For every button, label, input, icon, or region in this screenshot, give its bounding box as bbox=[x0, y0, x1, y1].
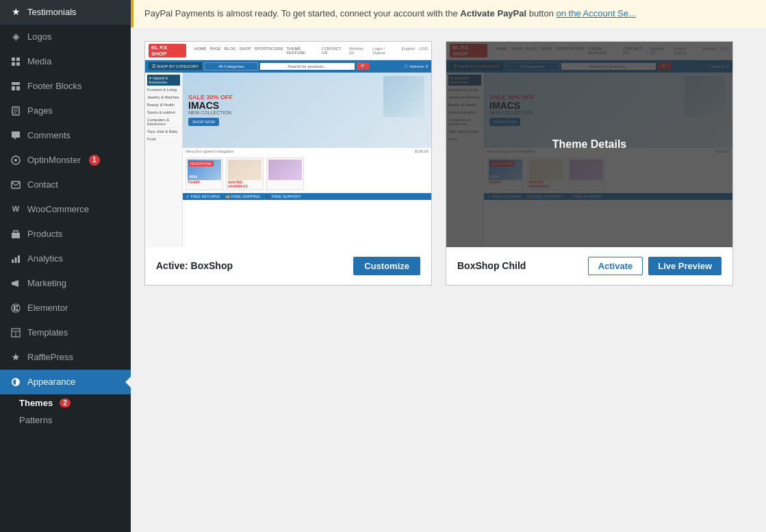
theme-preview-boxshop-child: BL✕X SHOP HOMEPAGEBLOGSHOPSPORTSCODETHEM… bbox=[446, 42, 732, 247]
svg-rect-14 bbox=[12, 233, 20, 238]
theme-actions-boxshop: Customize bbox=[353, 257, 420, 275]
themes-area: BL✕X SHOP HOMEPAGEBLOGSHOPSPORTSCODETHEM… bbox=[131, 27, 766, 533]
customize-button[interactable]: Customize bbox=[353, 257, 420, 275]
svg-rect-4 bbox=[12, 82, 20, 85]
products-icon bbox=[10, 228, 22, 240]
logos-icon: ◈ bbox=[10, 31, 22, 43]
sidebar: ★ Testimonials ◈ Logos Media Footer Bloc… bbox=[0, 0, 131, 532]
activate-button[interactable]: Activate bbox=[588, 257, 643, 275]
sidebar-item-marketing[interactable]: Marketing bbox=[0, 271, 131, 296]
sidebar-item-label: RafflePress bbox=[27, 351, 73, 364]
svg-rect-16 bbox=[15, 257, 17, 263]
themes-grid: BL✕X SHOP HOMEPAGEBLOGSHOPSPORTSCODETHEM… bbox=[144, 41, 752, 286]
sidebar-item-contact[interactable]: Contact bbox=[0, 173, 131, 197]
live-preview-button[interactable]: Live Preview bbox=[648, 257, 722, 275]
theme-actions-boxshop-child: Activate Live Preview bbox=[588, 257, 722, 275]
svg-point-12 bbox=[14, 159, 17, 162]
sidebar-item-label: Comments bbox=[27, 129, 71, 142]
marketing-icon bbox=[10, 277, 22, 290]
sidebar-item-label: Contact bbox=[27, 179, 58, 191]
testimonials-icon: ★ bbox=[10, 6, 22, 18]
svg-rect-5 bbox=[12, 86, 15, 90]
theme-card-boxshop: BL✕X SHOP HOMEPAGEBLOGSHOPSPORTSCODETHEM… bbox=[144, 41, 432, 286]
sidebar-item-elementor[interactable]: Elementor bbox=[0, 296, 131, 320]
sidebar-item-label: WooCommerce bbox=[27, 203, 89, 216]
sidebar-item-label: Products bbox=[27, 228, 62, 240]
theme-details-label: Theme Details bbox=[552, 138, 626, 151]
optinmonster-icon bbox=[10, 154, 22, 166]
sidebar-item-media[interactable]: Media bbox=[0, 49, 131, 74]
sidebar-item-logos[interactable]: ◈ Logos bbox=[0, 25, 131, 49]
theme-preview-boxshop: BL✕X SHOP HOMEPAGEBLOGSHOPSPORTSCODETHEM… bbox=[145, 42, 431, 247]
woocommerce-icon: W bbox=[10, 203, 22, 216]
sidebar-item-label: Pages bbox=[27, 105, 53, 117]
templates-icon bbox=[10, 327, 22, 339]
contact-icon bbox=[10, 179, 22, 191]
elementor-icon bbox=[10, 302, 22, 314]
themes-subitem-label: Themes bbox=[19, 398, 53, 408]
theme-details-overlay[interactable]: Theme Details bbox=[446, 42, 732, 247]
sidebar-item-label: Testimonials bbox=[27, 6, 77, 18]
sidebar-item-comments[interactable]: Comments bbox=[0, 123, 131, 148]
theme-footer-boxshop: Active: BoxShop Customize bbox=[145, 247, 431, 285]
rafflepress-icon bbox=[10, 351, 22, 364]
sidebar-subitem-themes[interactable]: Themes 2 bbox=[0, 394, 131, 411]
comments-icon bbox=[10, 129, 22, 142]
sidebar-item-testimonials[interactable]: ★ Testimonials bbox=[0, 0, 131, 25]
footer-blocks-icon bbox=[10, 80, 22, 92]
sidebar-item-optinmonster[interactable]: OptinMonster 1 bbox=[0, 148, 131, 173]
theme-name-boxshop-child: BoxShop Child bbox=[457, 260, 526, 271]
notice-text-middle: button bbox=[526, 8, 556, 18]
notice-bold: Activate PayPal bbox=[460, 8, 526, 18]
media-icon bbox=[10, 55, 22, 68]
sidebar-item-label: OptinMonster bbox=[27, 154, 81, 166]
sidebar-item-label: Media bbox=[27, 55, 51, 68]
svg-rect-22 bbox=[16, 309, 18, 311]
sidebar-item-label: Appearance bbox=[27, 376, 75, 388]
theme-footer-boxshop-child: BoxShop Child Activate Live Preview bbox=[446, 247, 732, 285]
notice-bar: PayPal Payments is almost ready. To get … bbox=[131, 0, 766, 27]
svg-rect-18 bbox=[12, 282, 13, 285]
sidebar-item-label: Templates bbox=[27, 327, 68, 339]
appearance-icon bbox=[10, 376, 22, 388]
svg-point-19 bbox=[12, 304, 20, 312]
sidebar-subitem-patterns[interactable]: Patterns bbox=[0, 411, 131, 429]
sidebar-item-templates[interactable]: Templates bbox=[0, 320, 131, 345]
themes-badge: 2 bbox=[60, 398, 71, 407]
sidebar-item-rafflepress[interactable]: RafflePress bbox=[0, 345, 131, 370]
sidebar-item-label: Elementor bbox=[27, 302, 68, 314]
patterns-subitem-label: Patterns bbox=[19, 415, 52, 425]
sidebar-item-footer-blocks[interactable]: Footer Blocks bbox=[0, 74, 131, 99]
notice-link[interactable]: on the Account Se... bbox=[556, 8, 635, 18]
notice-text-before: PayPal Payments is almost ready. To get … bbox=[144, 8, 460, 18]
svg-rect-2 bbox=[12, 62, 15, 66]
sidebar-item-products[interactable]: Products bbox=[0, 222, 131, 246]
analytics-icon bbox=[10, 253, 22, 265]
sidebar-item-analytics[interactable]: Analytics bbox=[0, 246, 131, 271]
theme-name-boxshop: Active: BoxShop bbox=[156, 260, 233, 271]
active-prefix: Active: bbox=[156, 260, 191, 271]
svg-rect-3 bbox=[16, 62, 20, 66]
svg-rect-21 bbox=[16, 305, 18, 307]
sidebar-item-label: Logos bbox=[27, 31, 51, 43]
sidebar-item-label: Analytics bbox=[27, 253, 63, 265]
svg-rect-6 bbox=[16, 86, 20, 90]
sidebar-item-appearance[interactable]: Appearance bbox=[0, 370, 131, 394]
svg-rect-1 bbox=[16, 58, 20, 61]
optinmonster-badge: 1 bbox=[89, 155, 100, 166]
sidebar-item-label: Footer Blocks bbox=[27, 80, 81, 92]
svg-rect-15 bbox=[12, 259, 14, 263]
svg-rect-20 bbox=[14, 305, 16, 311]
sidebar-item-pages[interactable]: Pages bbox=[0, 99, 131, 123]
pages-icon bbox=[10, 105, 22, 117]
main-content: PayPal Payments is almost ready. To get … bbox=[131, 0, 766, 532]
theme-card-boxshop-child: BL✕X SHOP HOMEPAGEBLOGSHOPSPORTSCODETHEM… bbox=[446, 41, 733, 286]
svg-rect-0 bbox=[12, 58, 15, 61]
sidebar-item-woocommerce[interactable]: W WooCommerce bbox=[0, 197, 131, 222]
svg-rect-17 bbox=[18, 255, 20, 263]
svg-rect-13 bbox=[12, 181, 20, 188]
sidebar-item-label: Marketing bbox=[27, 277, 66, 290]
